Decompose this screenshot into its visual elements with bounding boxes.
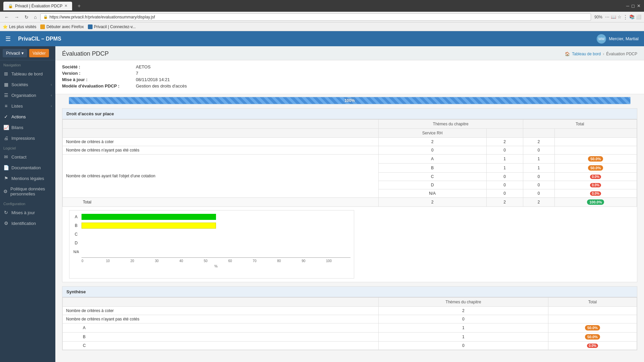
chart-label-na: N/A xyxy=(73,250,79,254)
criteres-coter-val2: 2 xyxy=(486,138,523,146)
chart-bar-container-c xyxy=(82,231,351,237)
sidebar-label-listes: Listes xyxy=(11,104,23,109)
th-service-empty xyxy=(486,129,523,138)
mentions-icon: ⚑ xyxy=(3,176,9,181)
d-val: 0 xyxy=(486,181,523,189)
societe-label: Société : xyxy=(62,64,136,69)
bookmark-label: Débuter avec Firefox xyxy=(46,24,84,29)
c-label: C xyxy=(378,173,486,181)
modele-label: Modèle d'évaluation PDCP : xyxy=(62,83,136,88)
chevron-icon: ‹ xyxy=(51,93,52,97)
sidebar-item-tableau-bord[interactable]: ⊞ Tableau de bord xyxy=(0,68,55,79)
restore-btn[interactable]: ◻ xyxy=(631,3,635,8)
breadcrumb-current: Évaluation PDCP xyxy=(606,52,637,56)
more-btn[interactable]: ⋯ xyxy=(605,14,609,19)
app-header: ☰ PrivaCIL – DPMS MM Mercier, Martial xyxy=(0,31,644,46)
organisation-icon: ☰ xyxy=(3,93,9,98)
sidebar-item-identification[interactable]: ⚙ Identification xyxy=(0,218,55,229)
sidebar-brand-btn[interactable]: Privacil ▾ xyxy=(3,49,27,57)
th-total-empty2 xyxy=(554,129,637,138)
bookmark-most-visited[interactable]: ⭐ Les plus visités xyxy=(3,24,36,29)
synced-tabs-icon[interactable]: ⬜ xyxy=(636,14,641,19)
reader-icon[interactable]: 📖 xyxy=(611,14,616,19)
bookmark-privacil[interactable]: Privacil | Connectez-v... xyxy=(88,24,136,29)
actions-icon: ✓ xyxy=(3,114,9,119)
sidebar-item-societes[interactable]: ▦ Sociétés ‹ xyxy=(0,79,55,90)
th-empty2 xyxy=(63,129,379,138)
chart-bar-a xyxy=(82,214,216,220)
chart-area: A B xyxy=(62,207,637,282)
chart-row-na: N/A xyxy=(73,249,351,255)
chart-container: A B xyxy=(69,210,354,279)
address-bar[interactable]: 🔒 https://www.privacil.fr/private/evalua… xyxy=(40,13,591,21)
bookmark-label: Privacil | Connectez-v... xyxy=(94,24,136,29)
zoom-level: 90% xyxy=(593,15,604,19)
a-total: 1 xyxy=(523,155,554,164)
browser-tab[interactable]: 🔒 Privacil | Évaluation PDCP ✕ xyxy=(3,2,72,10)
bookmark-icon[interactable]: ☆ xyxy=(618,14,622,19)
sidebar-item-actions[interactable]: ✓ Actions xyxy=(0,111,55,122)
d-label: D xyxy=(378,181,486,189)
app-layout: ☰ PrivaCIL – DPMS MM Mercier, Martial Pr… xyxy=(0,31,644,362)
progress-section: 100% xyxy=(62,97,637,104)
reload-btn[interactable]: ↻ xyxy=(23,14,30,20)
s-criteres-non-cotes-label: Nombre de critères n'ayant pas été cotés xyxy=(63,315,379,323)
tab-title: Privacil | Évaluation PDCP xyxy=(15,4,62,8)
tab-close-btn[interactable]: ✕ xyxy=(64,4,67,8)
breadcrumb-home-link[interactable]: Tableau de bord xyxy=(572,52,601,56)
b-label: B xyxy=(378,164,486,173)
progress-fill: 100% xyxy=(69,97,630,104)
new-tab-btn[interactable]: + xyxy=(75,2,83,10)
total-row-val: 2 xyxy=(378,198,486,207)
sidebar-item-contact[interactable]: ✉ Contact xyxy=(0,152,55,162)
a-badge: 50.0% xyxy=(588,156,603,162)
s-c-badge: 0.0% xyxy=(587,344,598,348)
s-b-badge: 50.0% xyxy=(585,334,600,340)
header-right: MM Mercier, Martial xyxy=(597,34,639,44)
sidebar: Privacil ▾ Valider Navigation ⊞ Tableau … xyxy=(0,46,55,362)
sidebar-item-politique[interactable]: ⚙ Politique données personnelles xyxy=(0,184,55,199)
sidebar-item-mentions[interactable]: ⚑ Mentions légales xyxy=(0,173,55,184)
s-criteres-coter-label: Nombre de critères à coter xyxy=(63,307,379,315)
minimize-btn[interactable]: ─ xyxy=(626,3,629,8)
maj-value: 08/11/2018 14:21 xyxy=(136,77,170,82)
sidebar-item-organisation[interactable]: ☰ Organisation ‹ xyxy=(0,90,55,101)
sidebar-item-bilans[interactable]: 📈 Bilans xyxy=(0,122,55,133)
sidebar-label-identification: Identification xyxy=(11,221,36,226)
back-btn[interactable]: ← xyxy=(3,14,11,20)
firefox-icon xyxy=(40,24,45,29)
mises-jour-icon: ↻ xyxy=(3,210,9,215)
sidebar-item-documentation[interactable]: 📄 Documentation xyxy=(0,162,55,173)
info-block: Société : AETOS Version : 7 Mise à jour … xyxy=(55,60,644,94)
logiciel-section-label: Logiciel xyxy=(0,143,55,152)
sidebar-item-impressions[interactable]: 🖨 Impressions xyxy=(0,133,55,143)
star-icon: ⭐ xyxy=(3,24,8,29)
sidebar-item-mises-jour[interactable]: ↻ Mises à jour xyxy=(0,207,55,218)
s-a-label: A xyxy=(63,323,379,333)
table-row: B 1 50.0% xyxy=(63,333,637,342)
table-row-total: Total 2 2 2 100.0% xyxy=(63,198,637,207)
sidebar-panel-icon[interactable]: ⋮ xyxy=(623,14,628,20)
close-btn[interactable]: ✕ xyxy=(637,3,641,8)
criteres-coter-total: 2 xyxy=(523,138,554,146)
menu-toggle-btn[interactable]: ☰ xyxy=(5,35,11,43)
s-c-badge-cell: 0.0% xyxy=(548,342,637,350)
forward-btn[interactable]: → xyxy=(13,14,21,20)
library-icon[interactable]: 📚 xyxy=(629,14,635,19)
section-header-droit-acces: Droit d'accès sur place xyxy=(62,109,637,119)
home-btn[interactable]: ⌂ xyxy=(32,14,38,20)
criteres-coter-val: 2 xyxy=(378,138,486,146)
progress-label: 100% xyxy=(344,98,355,103)
na-val: 0 xyxy=(486,189,523,198)
c-total: 0 xyxy=(523,173,554,181)
sidebar-item-listes[interactable]: ≡ Listes ‹ xyxy=(0,101,55,111)
page-header: Évaluation PDCP 🏠 Tableau de bord › Éval… xyxy=(55,46,644,60)
total-row-label: Total xyxy=(63,198,379,207)
chart-bar-b xyxy=(82,223,216,229)
criteres-coter-empty xyxy=(554,138,637,146)
bookmark-firefox[interactable]: Débuter avec Firefox xyxy=(40,24,84,29)
c-badge: 0.0% xyxy=(590,175,601,179)
criteres-non-cotes-label: Nombre de critères n'ayant pas été cotés xyxy=(63,146,379,155)
section-header-synthese: Synthèse xyxy=(62,287,637,297)
validate-btn[interactable]: Valider xyxy=(29,49,49,57)
